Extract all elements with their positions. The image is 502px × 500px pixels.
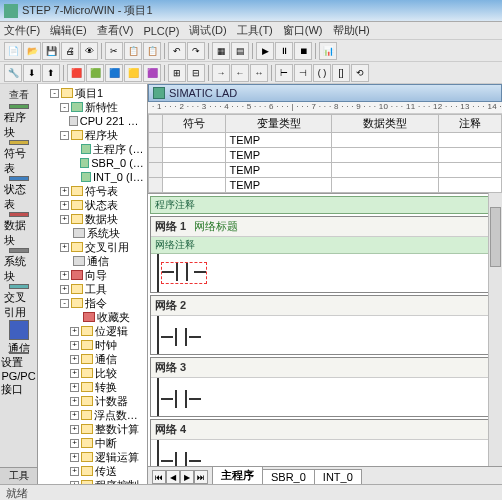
network-block[interactable]: 网络 3 <box>150 357 500 417</box>
tree-root[interactable]: -项目1 <box>50 86 145 100</box>
tree-expander-icon[interactable]: - <box>60 299 69 308</box>
ladder-editor-body[interactable]: 程序注释网络 1网络标题网络注释网络 2网络 3网络 4网络 5 <box>148 193 502 466</box>
toolbar-button[interactable]: 🖨 <box>61 42 79 60</box>
menu-item[interactable]: 文件(F) <box>4 23 40 38</box>
toolbar-button[interactable]: 🟨 <box>124 64 142 82</box>
tree-item[interactable]: +整数计算 <box>70 422 145 436</box>
tree-expander-icon[interactable]: + <box>70 439 79 448</box>
tree-item[interactable]: +浮点数计算 <box>70 408 145 422</box>
network-title[interactable]: 网络 2 <box>151 296 499 316</box>
scrollbar-thumb[interactable] <box>490 207 501 267</box>
tree-expander-icon[interactable]: + <box>70 467 79 476</box>
table-row[interactable]: TEMP <box>149 163 502 178</box>
nav-panel-bottom[interactable]: 工具 <box>0 467 37 484</box>
table-cell[interactable]: TEMP <box>225 178 332 193</box>
table-cell[interactable] <box>332 133 439 148</box>
tree-item[interactable]: +工具 <box>60 282 145 296</box>
menu-item[interactable]: 工具(T) <box>237 23 273 38</box>
tree-item[interactable]: +传送 <box>70 464 145 478</box>
table-cell[interactable] <box>332 178 439 193</box>
var-declaration-table[interactable]: 符号变量类型数据类型注释TEMPTEMPTEMPTEMP <box>148 114 502 193</box>
toolbar-button[interactable]: ↶ <box>168 42 186 60</box>
toolbar-button[interactable]: 📋 <box>124 42 142 60</box>
tree-item[interactable]: +数据块 <box>60 212 145 226</box>
nav-item[interactable]: 数据块 <box>4 212 34 248</box>
toolbar-button[interactable]: 📊 <box>319 42 337 60</box>
contact-symbol[interactable] <box>161 328 201 346</box>
tree-item[interactable]: 通信 <box>60 254 145 268</box>
table-cell[interactable] <box>439 148 502 163</box>
menu-item[interactable]: 查看(V) <box>97 23 134 38</box>
tree-expander-icon[interactable]: + <box>70 369 79 378</box>
toolbar-button[interactable]: → <box>212 64 230 82</box>
tree-expander-icon[interactable]: + <box>70 397 79 406</box>
nav-item[interactable]: 程序块 <box>4 104 34 140</box>
network-title[interactable]: 网络 4 <box>151 420 499 440</box>
editor-tab[interactable]: 主程序 <box>212 466 263 484</box>
tree-item[interactable]: +时钟 <box>70 338 145 352</box>
toolbar-button[interactable]: ▤ <box>231 42 249 60</box>
ladder-rung[interactable] <box>151 316 499 354</box>
menu-item[interactable]: 帮助(H) <box>333 23 370 38</box>
tab-nav-button[interactable]: ◀ <box>166 470 180 484</box>
tree-item[interactable]: +转换 <box>70 380 145 394</box>
editor-tab[interactable]: SBR_0 <box>262 469 315 484</box>
tree-item[interactable]: +中断 <box>70 436 145 450</box>
menu-item[interactable]: PLC(P) <box>143 25 179 37</box>
network-comment[interactable]: 网络注释 <box>151 237 499 254</box>
toolbar-button[interactable]: 📋 <box>143 42 161 60</box>
toolbar-button[interactable]: ⟲ <box>351 64 369 82</box>
table-cell[interactable] <box>163 133 226 148</box>
tree-item[interactable]: +通信 <box>70 352 145 366</box>
tree-expander-icon[interactable]: - <box>50 89 59 98</box>
editor-tab[interactable]: INT_0 <box>314 469 362 484</box>
ladder-rung[interactable] <box>151 254 499 292</box>
network-title[interactable]: 网络 3 <box>151 358 499 378</box>
menu-item[interactable]: 调试(D) <box>189 23 226 38</box>
tree-expander-icon[interactable]: + <box>70 341 79 350</box>
tree-item[interactable]: +交叉引用 <box>60 240 145 254</box>
contact-symbol[interactable] <box>161 390 201 408</box>
tree-expander-icon[interactable]: - <box>60 131 69 140</box>
ladder-rung[interactable] <box>151 440 499 466</box>
tab-nav-button[interactable]: ⏮ <box>152 470 166 484</box>
toolbar-button[interactable]: ⊢ <box>275 64 293 82</box>
table-cell[interactable] <box>163 163 226 178</box>
toolbar-button[interactable]: 🔧 <box>4 64 22 82</box>
tree-item[interactable]: -新特性 <box>60 100 145 114</box>
tree-expander-icon[interactable]: + <box>70 383 79 392</box>
nav-item[interactable]: 交叉引用 <box>4 284 34 320</box>
table-cell[interactable] <box>439 133 502 148</box>
table-cell[interactable] <box>439 178 502 193</box>
toolbar-button[interactable]: 📂 <box>23 42 41 60</box>
toolbar-button[interactable]: ⊞ <box>168 64 186 82</box>
tree-expander-icon[interactable]: + <box>60 187 69 196</box>
menu-item[interactable]: 编辑(E) <box>50 23 87 38</box>
toolbar-button[interactable]: [] <box>332 64 350 82</box>
tree-item[interactable]: 系统块 <box>60 226 145 240</box>
toolbar-button[interactable]: ⏹ <box>294 42 312 60</box>
toolbar-button[interactable]: 👁 <box>80 42 98 60</box>
toolbar-button[interactable]: ↔ <box>250 64 268 82</box>
vertical-scrollbar[interactable] <box>488 193 502 466</box>
tree-expander-icon[interactable]: + <box>60 215 69 224</box>
tree-expander-icon[interactable]: + <box>70 453 79 462</box>
toolbar-button[interactable]: 🟦 <box>105 64 123 82</box>
network-title[interactable]: 网络 1网络标题 <box>151 217 499 237</box>
toolbar-button[interactable]: ⏸ <box>275 42 293 60</box>
tree-expander-icon[interactable]: + <box>60 285 69 294</box>
toolbar-button[interactable]: ⬆ <box>42 64 60 82</box>
tree-expander-icon[interactable]: + <box>70 411 79 420</box>
ladder-rung[interactable] <box>151 378 499 416</box>
toolbar-button[interactable]: ← <box>231 64 249 82</box>
tree-item[interactable]: -指令 <box>60 296 145 310</box>
contact-symbol[interactable] <box>161 262 207 284</box>
toolbar-button[interactable]: ⊟ <box>187 64 205 82</box>
table-cell[interactable] <box>163 178 226 193</box>
tree-expander-icon[interactable]: + <box>60 201 69 210</box>
tree-item[interactable]: +逻辑运算 <box>70 450 145 464</box>
table-row[interactable]: TEMP <box>149 178 502 193</box>
network-block[interactable]: 网络 4 <box>150 419 500 466</box>
table-cell[interactable] <box>439 163 502 178</box>
tree-item[interactable]: CPU 221 REL 01.10 <box>60 114 145 128</box>
